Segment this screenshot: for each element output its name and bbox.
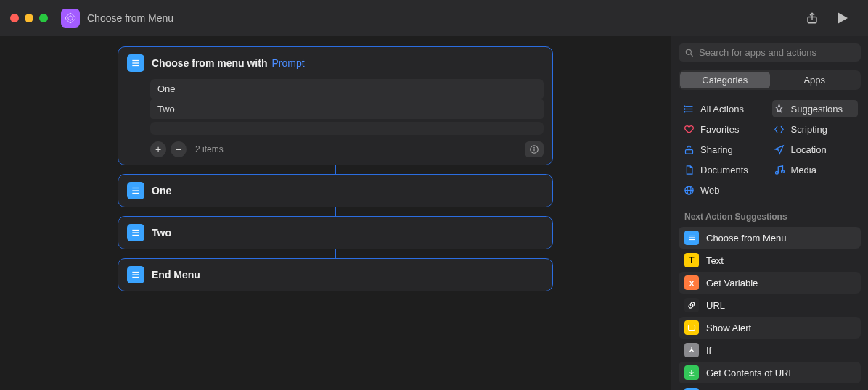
search-input[interactable]	[699, 47, 855, 58]
category-label: Scripting	[791, 124, 828, 135]
suggestion-item[interactable]: Ask for Input	[679, 384, 861, 390]
item-count: 2 items	[195, 144, 224, 154]
menu-icon	[127, 54, 144, 72]
category-label: Favorites	[700, 124, 739, 135]
web-icon	[683, 184, 695, 196]
suggestion-icon: T	[684, 253, 699, 267]
suggestion-item[interactable]: Choose from Menu	[679, 227, 861, 249]
library-sidebar: Categories Apps All ActionsSuggestionsFa…	[671, 36, 868, 390]
window-title: Choose from Menu	[87, 12, 806, 24]
search-icon	[684, 48, 695, 58]
menu-icon	[127, 182, 144, 199]
suggestion-item[interactable]: Get Contents of URL	[679, 362, 861, 383]
category-label: All Actions	[700, 104, 744, 115]
category-label: Suggestions	[791, 104, 843, 115]
svg-point-34	[684, 111, 684, 112]
svg-point-32	[684, 106, 684, 107]
category-fav[interactable]: Favorites	[681, 120, 768, 138]
suggestion-icon	[684, 343, 699, 357]
category-label: Web	[700, 185, 720, 196]
all-icon	[683, 103, 695, 115]
library-segmented-control[interactable]: Categories Apps	[679, 70, 861, 90]
menu-items-list: One Two	[150, 79, 544, 135]
category-loc[interactable]: Location	[772, 141, 859, 158]
close-window-button[interactable]	[10, 14, 19, 22]
share-icon[interactable]	[806, 12, 819, 25]
category-sugg[interactable]: Suggestions	[772, 100, 859, 117]
suggestion-icon	[684, 298, 699, 312]
svg-point-33	[684, 108, 684, 109]
doc-icon	[683, 164, 695, 175]
suggestion-icon	[684, 320, 699, 335]
end-menu-block[interactable]: End Menu	[118, 258, 553, 291]
case-label: One	[152, 185, 171, 196]
suggestion-item[interactable]: If	[679, 339, 861, 361]
suggestion-label: Get Contents of URL	[706, 368, 794, 378]
suggestion-item[interactable]: Show Alert	[679, 317, 861, 339]
suggestion-label: If	[706, 345, 711, 356]
category-all[interactable]: All Actions	[681, 100, 768, 117]
category-media[interactable]: Media	[772, 161, 859, 178]
suggestion-label: Show Alert	[706, 323, 751, 333]
suggestions-heading: Next Action Suggestions	[677, 206, 862, 226]
category-label: Documents	[700, 165, 748, 175]
workflow-canvas[interactable]: Choose from menu with Prompt One Two + −…	[0, 36, 671, 390]
shortcut-app-icon	[61, 9, 80, 28]
svg-rect-1	[67, 15, 73, 21]
suggestion-icon	[684, 231, 699, 245]
zoom-window-button[interactable]	[39, 14, 48, 22]
titlebar: Choose from Menu	[0, 0, 868, 36]
svg-rect-0	[65, 12, 75, 23]
action-info-button[interactable]	[525, 141, 544, 157]
menu-item-add-slot[interactable]	[150, 122, 544, 135]
category-web[interactable]: Web	[681, 181, 768, 199]
action-title: Choose from menu with	[152, 57, 267, 69]
connector	[335, 249, 336, 258]
menu-item[interactable]: Two	[150, 99, 544, 119]
end-label: End Menu	[152, 269, 200, 281]
svg-point-8	[534, 147, 535, 148]
connector	[335, 207, 336, 216]
suggestion-icon	[684, 365, 699, 380]
loc-icon	[774, 144, 785, 155]
scr-icon	[774, 123, 785, 135]
sugg-icon	[774, 103, 785, 115]
suggestion-item[interactable]: TText	[679, 249, 861, 271]
remove-item-button[interactable]: −	[171, 141, 187, 157]
menu-icon	[127, 266, 144, 283]
case-block-two[interactable]: Two	[118, 216, 553, 249]
svg-line-28	[691, 54, 693, 56]
category-label: Media	[791, 165, 816, 175]
category-label: Sharing	[700, 144, 733, 155]
segment-categories[interactable]: Categories	[680, 72, 770, 88]
menu-icon	[127, 224, 144, 241]
segment-apps[interactable]: Apps	[770, 72, 860, 88]
fav-icon	[683, 123, 695, 135]
suggestion-label: Text	[706, 255, 724, 266]
suggestion-icon: x	[684, 275, 699, 290]
search-field[interactable]	[679, 43, 861, 62]
connector	[335, 165, 336, 174]
suggestion-label: Choose from Menu	[706, 233, 787, 244]
minimize-window-button[interactable]	[25, 14, 33, 22]
run-button[interactable]	[838, 12, 848, 24]
suggestion-item[interactable]: URL	[679, 294, 861, 316]
media-icon	[774, 164, 785, 175]
svg-rect-44	[689, 325, 695, 331]
category-share[interactable]: Sharing	[681, 141, 768, 158]
case-block-one[interactable]: One	[118, 174, 553, 207]
suggestion-label: URL	[706, 300, 725, 311]
category-label: Location	[791, 144, 827, 155]
add-item-button[interactable]: +	[150, 141, 166, 157]
share-icon	[683, 144, 695, 155]
suggestion-label: Get Variable	[706, 278, 758, 289]
svg-point-27	[686, 49, 691, 54]
svg-rect-35	[685, 149, 692, 154]
suggestion-item[interactable]: xGet Variable	[679, 272, 861, 294]
action-block-choose-from-menu[interactable]: Choose from menu with Prompt One Two + −…	[118, 46, 553, 165]
case-label: Two	[152, 227, 171, 238]
menu-item[interactable]: One	[150, 79, 544, 99]
category-doc[interactable]: Documents	[681, 161, 768, 178]
prompt-parameter[interactable]: Prompt	[271, 57, 304, 69]
category-scr[interactable]: Scripting	[772, 120, 859, 138]
